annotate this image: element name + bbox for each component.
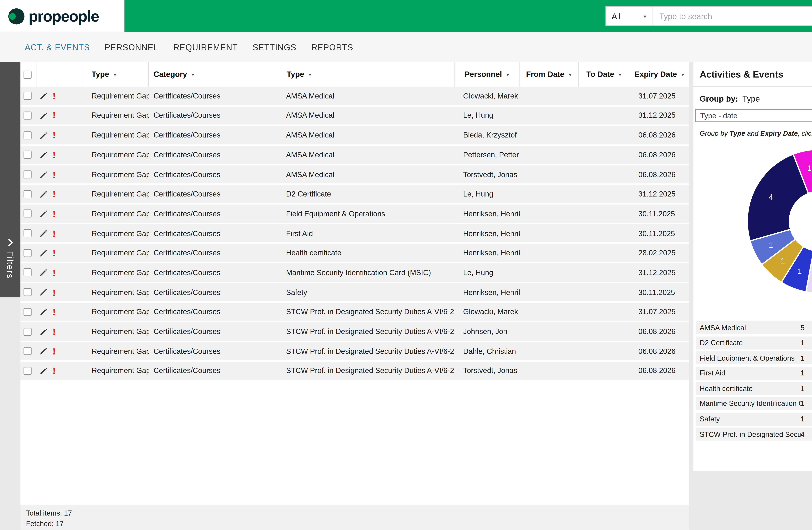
- table-header-row: Type ▼ Category ▼ Type ▼ Personnel ▼ Fro…: [20, 62, 689, 87]
- search-input[interactable]: [653, 6, 812, 26]
- cell-category: Certificates/Courses: [149, 209, 277, 218]
- select-all-checkbox[interactable]: [24, 70, 32, 79]
- edit-icon[interactable]: [40, 327, 48, 336]
- legend-item[interactable]: STCW Prof. in Designated Security4: [696, 428, 812, 441]
- cell-personnel: Henriksen, Henrik: [455, 249, 520, 257]
- tab-settings[interactable]: SETTINGS: [253, 42, 296, 52]
- row-checkbox[interactable]: [24, 288, 32, 296]
- cell-type: Requirement Gap: [82, 131, 149, 139]
- cell-type2: Maritime Security Identification Card (M…: [277, 268, 455, 277]
- col-header-label: Expiry Date: [634, 70, 677, 79]
- legend-item[interactable]: AMSA Medical5: [696, 321, 812, 334]
- hint-text: , click on the chart pieces to drill dow…: [798, 129, 812, 137]
- row-checkbox[interactable]: [24, 170, 32, 179]
- col-header-type2[interactable]: Type ▼: [277, 62, 455, 87]
- table-row: !Requirement GapCertificates/CoursesD2 C…: [20, 185, 689, 203]
- row-checkbox[interactable]: [24, 111, 32, 120]
- row-checkbox[interactable]: [24, 268, 32, 277]
- legend-count: 1: [801, 385, 812, 392]
- row-checkbox[interactable]: [24, 249, 32, 257]
- cell-personnel: Pettersen, Petter: [455, 151, 520, 159]
- table-row: !Requirement GapCertificates/CoursesSTCW…: [20, 322, 689, 340]
- cell-personnel: Henriksen, Henrik: [455, 288, 520, 296]
- cell-expiry-date: 06.08.2026: [630, 327, 689, 336]
- edit-icon[interactable]: [40, 111, 48, 120]
- cell-type: Requirement Gap: [82, 249, 149, 257]
- table-body: !Requirement GapCertificates/CoursesAMSA…: [20, 87, 689, 381]
- group-by-combobox[interactable]: Type - date × ▼: [695, 109, 812, 122]
- col-header-expiry-date[interactable]: Expiry Date ▼: [630, 62, 689, 87]
- cell-category: Certificates/Courses: [149, 92, 277, 100]
- hint-text: and: [745, 129, 760, 137]
- edit-icon[interactable]: [40, 268, 48, 277]
- col-header-personnel[interactable]: Personnel ▼: [455, 62, 520, 87]
- cell-personnel: Torstvedt, Jonas: [455, 366, 520, 375]
- row-checkbox[interactable]: [24, 92, 32, 100]
- row-checkbox[interactable]: [24, 347, 32, 355]
- cell-expiry-date: 28.02.2025: [630, 249, 689, 257]
- cell-expiry-date: 06.08.2026: [630, 131, 689, 139]
- row-checkbox[interactable]: [24, 327, 32, 336]
- edit-icon[interactable]: [40, 367, 48, 375]
- group-by-row: Group by: Type ▼: [694, 90, 812, 107]
- cell-type2: STCW Prof. in Designated Security Duties…: [277, 366, 455, 375]
- filters-panel-toggle[interactable]: Filters: [0, 62, 20, 297]
- edit-icon[interactable]: [40, 151, 48, 159]
- edit-icon[interactable]: [40, 249, 48, 257]
- row-checkbox[interactable]: [24, 367, 32, 375]
- cell-expiry-date: 31.07.2025: [630, 92, 689, 100]
- col-header-to-date[interactable]: To Date ▼: [579, 62, 630, 87]
- cell-personnel: Bieda, Krzysztof: [455, 131, 520, 139]
- edit-icon[interactable]: [40, 131, 48, 139]
- tab-personnel[interactable]: PERSONNEL: [105, 42, 158, 52]
- edit-icon[interactable]: [40, 170, 48, 179]
- edit-icon[interactable]: [40, 288, 48, 296]
- edit-icon[interactable]: [40, 347, 48, 355]
- cell-expiry-date: 06.08.2026: [630, 347, 689, 355]
- edit-icon[interactable]: [40, 308, 48, 316]
- panel-title: Activities & Events: [700, 69, 783, 79]
- legend-item[interactable]: First Aid1: [696, 367, 812, 380]
- edit-icon[interactable]: [40, 210, 48, 218]
- col-header-type[interactable]: Type ▼: [82, 62, 149, 87]
- legend-count: 1: [801, 354, 812, 362]
- legend-item[interactable]: D2 Certificate1: [696, 336, 812, 349]
- requirements-table: Type ▼ Category ▼ Type ▼ Personnel ▼ Fro…: [20, 62, 689, 530]
- tab-reports[interactable]: REPORTS: [311, 42, 353, 52]
- legend-item[interactable]: Field Equipment & Operations1: [696, 351, 812, 364]
- col-header-category[interactable]: Category ▼: [149, 62, 277, 87]
- row-checkbox[interactable]: [24, 308, 32, 316]
- legend-label: Field Equipment & Operations: [700, 354, 800, 362]
- cell-expiry-date: 31.12.2025: [630, 190, 689, 198]
- legend-item[interactable]: Safety1: [696, 412, 812, 426]
- edit-icon[interactable]: [40, 92, 48, 100]
- legend-item[interactable]: Maritime Security Identification C1: [696, 397, 812, 410]
- row-checkbox[interactable]: [24, 229, 32, 237]
- cell-expiry-date: 31.12.2025: [630, 111, 689, 120]
- row-checkbox[interactable]: [24, 131, 32, 139]
- row-checkbox[interactable]: [24, 190, 32, 198]
- cell-category: Certificates/Courses: [149, 288, 277, 296]
- table-row: !Requirement GapCertificates/CoursesFiel…: [20, 205, 689, 223]
- top-header: propeople All ▼: [0, 0, 812, 32]
- total-items-text: Total items: 17: [26, 508, 689, 518]
- legend-label: D2 Certificate: [700, 339, 800, 347]
- cell-expiry-date: 31.12.2025: [630, 268, 689, 277]
- row-checkbox[interactable]: [24, 151, 32, 159]
- tab-act-events[interactable]: ACT. & EVENTS: [25, 42, 90, 52]
- alert-exclamation-icon: !: [53, 288, 56, 296]
- table-row: !Requirement GapCertificates/CoursesSTCW…: [20, 362, 689, 380]
- cell-personnel: Glowacki, Marek: [455, 92, 520, 100]
- edit-icon[interactable]: [40, 190, 48, 198]
- row-checkbox[interactable]: [24, 210, 32, 218]
- search-scope-select[interactable]: All ▼: [606, 6, 653, 26]
- tab-requirement[interactable]: REQUIREMENT: [173, 42, 238, 52]
- logo[interactable]: propeople: [0, 0, 125, 32]
- col-header-label: From Date: [526, 70, 564, 79]
- col-header-from-date[interactable]: From Date ▼: [520, 62, 579, 87]
- legend-item[interactable]: Health certificate1: [696, 382, 812, 395]
- edit-icon[interactable]: [40, 229, 48, 237]
- logo-text: propeople: [28, 7, 99, 25]
- legend-count: 5: [801, 324, 812, 331]
- cell-type2: STCW Prof. in Designated Security Duties…: [277, 347, 455, 355]
